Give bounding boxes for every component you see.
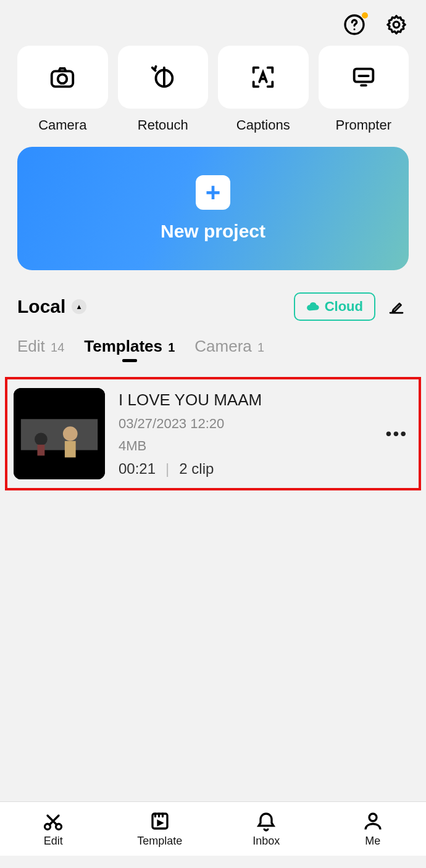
template-date: 03/27/2023 12:20	[119, 416, 367, 432]
nav-inbox[interactable]: Inbox	[213, 802, 320, 856]
svg-point-4	[58, 75, 67, 84]
rename-button[interactable]	[384, 294, 409, 319]
svg-point-11	[63, 426, 78, 441]
notification-dot	[362, 12, 368, 19]
cloud-button[interactable]: Cloud	[294, 292, 375, 321]
help-button[interactable]	[342, 12, 367, 37]
source-selector[interactable]: Local ▴	[17, 296, 86, 317]
svg-point-1	[354, 28, 356, 30]
more-button[interactable]: •••	[381, 424, 412, 444]
nav-edit[interactable]: Edit	[0, 802, 107, 856]
template-duration: 00:21	[119, 460, 156, 477]
camera-tool[interactable]	[17, 46, 108, 109]
tab-templates[interactable]: Templates 1	[84, 337, 175, 356]
captions-tool-label: Captions	[218, 117, 309, 133]
svg-point-9	[35, 433, 48, 446]
tab-edit[interactable]: Edit 14	[17, 337, 64, 356]
svg-point-16	[369, 814, 377, 821]
svg-point-2	[393, 22, 399, 28]
retouch-tool[interactable]	[118, 46, 209, 109]
tab-camera[interactable]: Camera 1	[194, 337, 264, 356]
captions-tool[interactable]	[218, 46, 309, 109]
template-item[interactable]: I LOVE YOU MAAM 03/27/2023 12:20 4MB 00:…	[5, 377, 421, 490]
cloud-label: Cloud	[325, 299, 363, 315]
prompter-tool-label: Prompter	[319, 117, 409, 133]
new-project-button[interactable]: + New project	[17, 147, 409, 270]
retouch-tool-label: Retouch	[118, 117, 209, 133]
template-title: I LOVE YOU MAAM	[119, 391, 367, 410]
svg-rect-10	[37, 445, 44, 456]
nav-template[interactable]: Template	[107, 802, 214, 856]
chevron-up-icon: ▴	[72, 299, 86, 314]
svg-rect-8	[21, 419, 98, 450]
nav-me[interactable]: Me	[320, 802, 427, 856]
template-clips: 2 clip	[179, 460, 214, 477]
settings-button[interactable]	[384, 12, 409, 37]
template-thumbnail	[14, 388, 105, 479]
template-size: 4MB	[119, 438, 367, 454]
new-project-label: New project	[161, 221, 265, 242]
svg-rect-12	[65, 441, 76, 458]
plus-icon: +	[196, 175, 230, 210]
source-label: Local	[17, 296, 65, 317]
bottom-nav: Edit Template Inbox Me	[0, 801, 426, 856]
prompter-tool[interactable]	[319, 46, 409, 109]
camera-tool-label: Camera	[17, 117, 108, 133]
